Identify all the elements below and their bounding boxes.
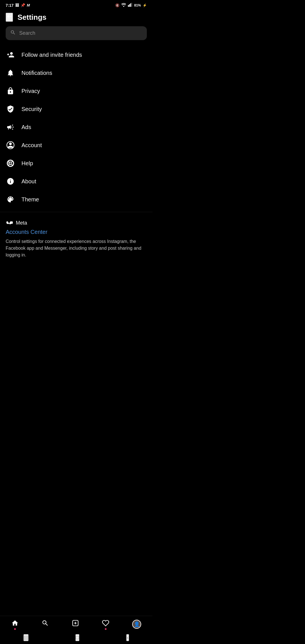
svg-line-9: [12, 161, 13, 162]
search-bar[interactable]: Search: [6, 26, 147, 40]
menu-item-security[interactable]: Security: [6, 100, 147, 118]
meta-description: Control settings for connected experienc…: [6, 238, 147, 258]
account-label: Account: [21, 142, 42, 149]
svg-point-0: [123, 6, 124, 7]
battery-icon: ⚡: [143, 3, 147, 7]
about-label: About: [21, 178, 36, 185]
photo-icon: 🖼: [15, 3, 19, 7]
back-button[interactable]: [6, 13, 13, 22]
status-time: 7:17: [6, 3, 14, 8]
notifications-label: Notifications: [21, 70, 52, 76]
security-label: Security: [21, 106, 42, 112]
meta-logo-icon: [6, 220, 14, 226]
menu-item-notifications[interactable]: Notifications: [6, 64, 147, 82]
menu-item-theme[interactable]: Theme: [6, 190, 147, 208]
meta-logo-text: Meta: [16, 220, 27, 226]
svg-line-11: [8, 164, 9, 166]
meta-logo-row: Meta: [6, 220, 147, 226]
follow-icon: [6, 51, 15, 59]
help-label: Help: [21, 160, 33, 167]
svg-rect-1: [128, 5, 129, 7]
svg-point-12: [11, 221, 13, 224]
status-bar: 7:17 🖼 📌 M 🔇 81% ⚡: [0, 0, 152, 9]
menu-item-account[interactable]: Account: [6, 136, 147, 154]
svg-rect-4: [131, 3, 132, 7]
privacy-label: Privacy: [21, 88, 40, 94]
ads-label: Ads: [21, 124, 31, 130]
status-right: 🔇 81% ⚡: [115, 3, 147, 8]
header: Settings: [0, 9, 152, 26]
follow-label: Follow and invite friends: [21, 52, 82, 58]
menu-item-help[interactable]: Help: [6, 154, 147, 172]
lock-icon: [6, 87, 15, 95]
palette-icon: [6, 195, 15, 203]
mute-icon: 🔇: [115, 3, 119, 7]
signal-icon: [128, 3, 132, 8]
info-icon: [6, 177, 15, 185]
meta-section: Meta Accounts Center Control settings fo…: [0, 212, 152, 263]
bell-icon: [6, 69, 15, 77]
mail-icon: M: [27, 3, 30, 7]
megaphone-icon: [6, 123, 15, 131]
svg-rect-2: [129, 4, 130, 7]
search-container: Search: [0, 26, 152, 46]
wifi-icon: [121, 3, 126, 8]
menu-item-privacy[interactable]: Privacy: [6, 82, 147, 100]
accounts-center-link[interactable]: Accounts Center: [6, 229, 147, 235]
svg-line-10: [12, 164, 13, 166]
menu-list: Follow and invite friends Notifications …: [0, 46, 152, 208]
battery-text: 81%: [134, 3, 141, 7]
lifebuoy-icon: [6, 159, 15, 167]
menu-item-ads[interactable]: Ads: [6, 118, 147, 136]
status-left: 7:17 🖼 📌 M: [6, 3, 30, 8]
search-icon: [10, 30, 16, 37]
menu-item-follow[interactable]: Follow and invite friends: [6, 46, 147, 64]
menu-item-about[interactable]: About: [6, 172, 147, 190]
shield-icon: [6, 105, 15, 113]
pin-icon: 📌: [21, 3, 25, 7]
svg-rect-3: [130, 3, 131, 7]
search-placeholder: Search: [19, 30, 35, 36]
theme-label: Theme: [21, 196, 39, 203]
svg-line-8: [8, 161, 9, 162]
page-title: Settings: [18, 13, 47, 22]
person-icon: [6, 141, 15, 149]
